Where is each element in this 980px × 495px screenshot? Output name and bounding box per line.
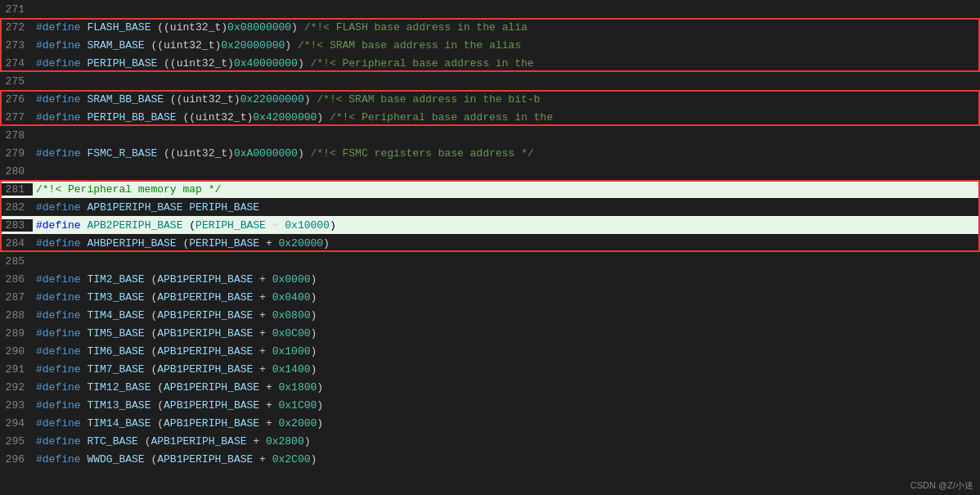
line-number: 278 [0,129,33,142]
line-content: #define TIM3_BASE (APB1PERIPH_BASE + 0x0… [33,291,980,304]
line-number: 281 [0,183,33,196]
line-content: #define PERIPH_BASE ((uint32_t)0x4000000… [33,57,980,70]
line-number: 296 [0,453,33,466]
line-number: 295 [0,435,33,448]
line-content: #define TIM5_BASE (APB1PERIPH_BASE + 0x0… [33,327,980,340]
table-row: 295#define RTC_BASE (APB1PERIPH_BASE + 0… [0,432,980,450]
line-number: 280 [0,165,33,178]
table-row: 293#define TIM13_BASE (APB1PERIPH_BASE +… [0,396,980,414]
table-row: 281/*!< Peripheral memory map */ [0,180,980,198]
line-content: #define WWDG_BASE (APB1PERIPH_BASE + 0x2… [33,453,980,466]
line-number: 282 [0,201,33,214]
line-content: #define RTC_BASE (APB1PERIPH_BASE + 0x28… [33,435,980,448]
table-row: 276#define SRAM_BB_BASE ((uint32_t)0x220… [0,90,980,108]
line-content: #define TIM14_BASE (APB1PERIPH_BASE + 0x… [33,417,980,430]
table-row: 294#define TIM14_BASE (APB1PERIPH_BASE +… [0,414,980,432]
line-content [33,165,980,178]
line-content [33,255,980,268]
line-number: 274 [0,57,33,70]
table-row: 289#define TIM5_BASE (APB1PERIPH_BASE + … [0,324,980,342]
line-number: 290 [0,345,33,358]
line-content: #define SRAM_BASE ((uint32_t)0x20000000)… [33,39,980,52]
line-number: 294 [0,417,33,430]
line-content [33,129,980,142]
table-row: 291#define TIM7_BASE (APB1PERIPH_BASE + … [0,360,980,378]
line-number: 271 [0,3,33,16]
line-content: #define TIM6_BASE (APB1PERIPH_BASE + 0x1… [33,345,980,358]
table-row: 277#define PERIPH_BB_BASE ((uint32_t)0x4… [0,108,980,126]
table-row: 287#define TIM3_BASE (APB1PERIPH_BASE + … [0,288,980,306]
line-content: #define SRAM_BB_BASE ((uint32_t)0x220000… [33,93,980,106]
line-content: #define PERIPH_BB_BASE ((uint32_t)0x4200… [33,111,980,124]
line-number: 287 [0,291,33,304]
line-number: 288 [0,309,33,322]
table-row: 285 [0,252,980,270]
table-row: 292#define TIM12_BASE (APB1PERIPH_BASE +… [0,378,980,396]
table-row: 280 [0,162,980,180]
line-number: 291 [0,363,33,376]
table-row: 271 [0,0,980,18]
line-number: 285 [0,255,33,268]
table-row: 282#define APB1PERIPH_BASE PERIPH_BASE [0,198,980,216]
line-content: #define TIM7_BASE (APB1PERIPH_BASE + 0x1… [33,363,980,376]
line-content: #define APB1PERIPH_BASE PERIPH_BASE [33,201,980,214]
table-row: 273#define SRAM_BASE ((uint32_t)0x200000… [0,36,980,54]
line-number: 279 [0,147,33,160]
table-row: 284#define AHBPERIPH_BASE (PERIPH_BASE +… [0,234,980,252]
table-row: 272#define FLASH_BASE ((uint32_t)0x08000… [0,18,980,36]
line-content: #define FSMC_R_BASE ((uint32_t)0xA000000… [33,147,980,160]
line-number: 284 [0,237,33,250]
line-content [33,75,980,88]
code-viewer: 271 272#define FLASH_BASE ((uint32_t)0x0… [0,0,980,495]
line-content: #define TIM2_BASE (APB1PERIPH_BASE + 0x0… [33,273,980,286]
line-content: #define TIM12_BASE (APB1PERIPH_BASE + 0x… [33,381,980,394]
line-content: /*!< Peripheral memory map */ [33,183,980,196]
line-content: #define AHBPERIPH_BASE (PERIPH_BASE + 0x… [33,237,980,250]
table-row: 296#define WWDG_BASE (APB1PERIPH_BASE + … [0,450,980,468]
watermark: CSDN @Z/小迷 [910,479,973,492]
line-number: 283 [0,219,33,232]
line-number: 273 [0,39,33,52]
line-content: #define APB2PERIPH_BASE (PERIPH_BASE + 0… [33,219,980,232]
line-number: 277 [0,111,33,124]
table-row: 274#define PERIPH_BASE ((uint32_t)0x4000… [0,54,980,72]
table-row: 278 [0,126,980,144]
line-number: 276 [0,93,33,106]
line-number: 289 [0,327,33,340]
line-content: #define FLASH_BASE ((uint32_t)0x08000000… [33,21,980,34]
table-row: 283#define APB2PERIPH_BASE (PERIPH_BASE … [0,216,980,234]
line-number: 293 [0,399,33,412]
line-content: #define TIM4_BASE (APB1PERIPH_BASE + 0x0… [33,309,980,322]
table-row: 286#define TIM2_BASE (APB1PERIPH_BASE + … [0,270,980,288]
table-row: 290#define TIM6_BASE (APB1PERIPH_BASE + … [0,342,980,360]
line-number: 275 [0,75,33,88]
line-content [33,3,980,16]
table-row: 279#define FSMC_R_BASE ((uint32_t)0xA000… [0,144,980,162]
line-content: #define TIM13_BASE (APB1PERIPH_BASE + 0x… [33,399,980,412]
line-number: 286 [0,273,33,286]
table-row: 275 [0,72,980,90]
line-number: 292 [0,381,33,394]
table-row: 288#define TIM4_BASE (APB1PERIPH_BASE + … [0,306,980,324]
line-number: 272 [0,21,33,34]
